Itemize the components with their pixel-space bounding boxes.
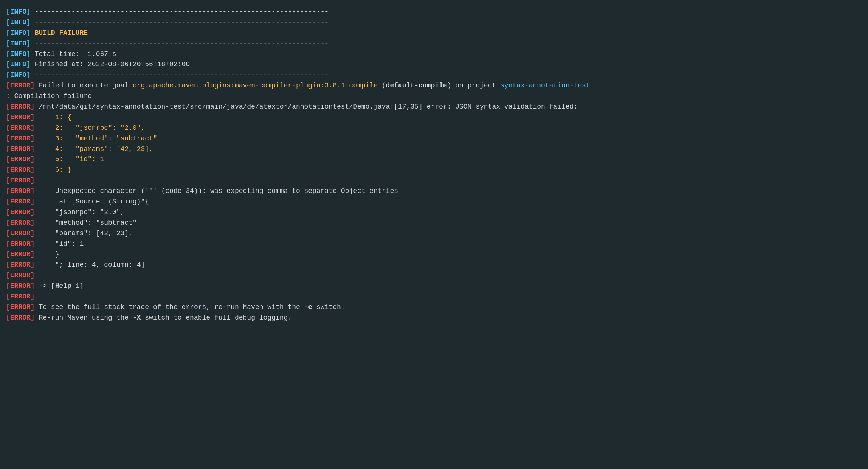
log-content: [Help 1] [51,281,84,292]
log-content: Unexpected character ('"' (code 34)): wa… [35,186,398,197]
terminal-line: [ERROR] 1: { [6,112,862,123]
log-content: To see the full stack trace of the error… [35,302,304,313]
log-content: "method": "subtract" [35,218,137,228]
log-content: "; line: 4, column: 4] [35,260,145,270]
log-tag-error: [ERROR] [6,249,35,260]
terminal-line: [ERROR] [6,292,862,302]
terminal-line: [ERROR] 5: "id": 1 [6,154,862,165]
terminal-line: [ERROR] Re-run Maven using the -X switch… [6,313,862,323]
log-tag-info: [INFO] [6,39,31,49]
terminal-line: [INFO] ---------------------------------… [6,7,862,17]
terminal-line: [INFO] BUILD FAILURE [6,28,862,39]
log-content: BUILD FAILURE [35,28,88,39]
terminal-line: [INFO] Finished at: 2022-08-06T20:56:18+… [6,59,862,70]
terminal-line: [INFO] ---------------------------------… [6,39,862,49]
terminal-line: [ERROR] "jsonrpc": "2.0", [6,207,862,218]
log-content: Failed to execute goal [35,81,133,91]
log-content [31,28,35,39]
log-tag-error: [ERROR] [6,144,35,155]
log-tag-error: [ERROR] [6,239,35,250]
log-content: /mnt/data/git/syntax-annotation-test/src… [35,102,578,112]
log-tag-error: [ERROR] [6,134,35,144]
log-tag-error: [ERROR] [6,302,35,313]
log-tag-error: [ERROR] [6,218,35,228]
log-content: ----------------------------------------… [31,70,329,81]
log-content: Finished at: 2022-08-06T20:56:18+02:00 [31,59,190,70]
terminal-line: [ERROR] 6: } [6,165,862,175]
log-tag-error: [ERROR] [6,102,35,112]
terminal-line: [ERROR] "id": 1 [6,239,862,250]
log-content: ----------------------------------------… [31,7,329,17]
terminal-line: [ERROR] [6,175,862,186]
log-content: -> [35,281,51,292]
log-tag-error: [ERROR] [6,123,35,134]
log-tag-info: [INFO] [6,59,31,70]
log-content: -X [133,313,141,323]
log-content: ----------------------------------------… [31,39,329,49]
log-tag-error: [ERROR] [6,228,35,239]
log-content: ----------------------------------------… [31,17,329,28]
log-content: "jsonrpc": "2.0", [35,207,125,218]
terminal-line: [INFO] ---------------------------------… [6,70,862,81]
log-tag-error: [ERROR] [6,154,35,165]
log-content: 5: "id": 1 [35,154,104,165]
terminal-line: [ERROR] [6,270,862,281]
log-content: Re-run Maven using the [35,313,133,323]
terminal-line: [ERROR] /mnt/data/git/syntax-annotation-… [6,102,862,112]
log-content: at [Source: (String)"{ [35,197,149,207]
log-content: "id": 1 [35,239,84,250]
log-tag-error: [ERROR] [6,260,35,270]
log-content: 4: "params": [42, 23], [35,144,153,155]
terminal-line: [ERROR] 4: "params": [42, 23], [6,144,862,155]
log-content: default-compile [386,81,447,91]
log-tag-error: [ERROR] [6,281,35,292]
log-tag-info: [INFO] [6,17,31,28]
terminal-line: [ERROR] Failed to execute goal org.apach… [6,81,862,91]
log-tag-info: [INFO] [6,28,31,39]
terminal-line: [ERROR] Unexpected character ('"' (code … [6,186,862,197]
log-tag-error: [ERROR] [6,186,35,197]
log-content: 2: "jsonrpc": "2.0", [35,123,145,134]
log-content: 3: "method": "subtract" [35,134,157,144]
log-content: } [35,249,59,260]
log-content: switch to enable full debug logging. [141,313,292,323]
terminal-window: [INFO] ---------------------------------… [0,3,868,469]
log-content: "params": [42, 23], [35,228,133,239]
log-tag-error: [ERROR] [6,313,35,323]
log-tag-info: [INFO] [6,49,31,60]
log-content: -e [304,302,313,313]
log-tag-error: [ERROR] [6,292,35,302]
log-content: Total time: 1.067 s [31,49,116,60]
log-tag-error: [ERROR] [6,81,35,91]
terminal-line: : Compilation failure [6,91,862,102]
log-tag-info: [INFO] [6,70,31,81]
log-tag-error: [ERROR] [6,270,35,281]
log-content: syntax-annotation-test [500,81,590,91]
log-content: : Compilation failure [6,91,92,102]
terminal-line: [ERROR] "; line: 4, column: 4] [6,260,862,270]
log-content: 1: { [35,112,71,123]
terminal-line: [ERROR] } [6,249,862,260]
log-content: ( [378,81,386,91]
log-content: 6: } [35,165,71,175]
log-content: ) on project [447,81,500,91]
log-tag-error: [ERROR] [6,197,35,207]
log-content: org.apache.maven.plugins:maven-compiler-… [133,81,378,91]
terminal-line: [ERROR] "params": [42, 23], [6,228,862,239]
log-tag-error: [ERROR] [6,112,35,123]
log-content: switch. [312,302,345,313]
terminal-line: [ERROR] 3: "method": "subtract" [6,134,862,144]
log-tag-info: [INFO] [6,7,31,17]
log-tag-error: [ERROR] [6,175,35,186]
terminal-line: [ERROR] To see the full stack trace of t… [6,302,862,313]
terminal-line: [ERROR] "method": "subtract" [6,218,862,228]
terminal-line: [ERROR] -> [Help 1] [6,281,862,292]
log-tag-error: [ERROR] [6,207,35,218]
terminal-line: [ERROR] 2: "jsonrpc": "2.0", [6,123,862,134]
terminal-line: [INFO] ---------------------------------… [6,17,862,28]
terminal-line: [ERROR] at [Source: (String)"{ [6,197,862,207]
log-tag-error: [ERROR] [6,165,35,175]
terminal-line: [INFO] Total time: 1.067 s [6,49,862,60]
